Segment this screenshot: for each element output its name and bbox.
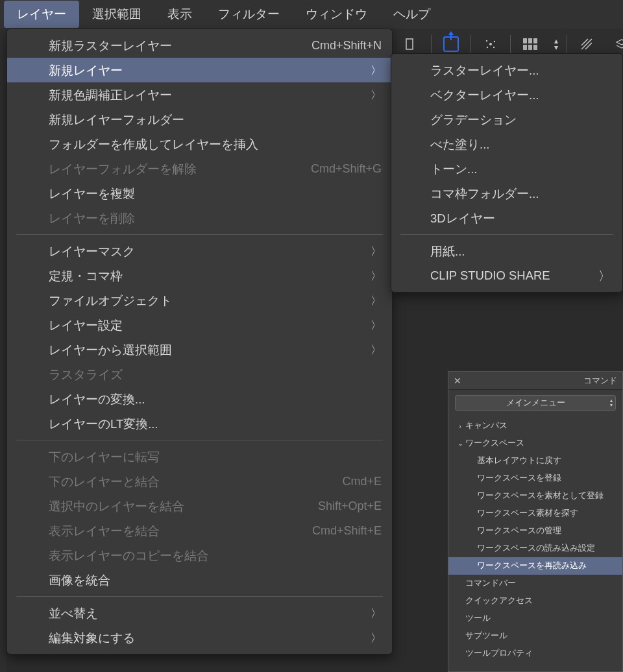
toolbar-divider: [470, 35, 471, 53]
tree-label: ツール: [465, 613, 491, 624]
menuitem-merge-selected: 選択中のレイヤーを結合 Shift+Opt+E: [7, 494, 392, 518]
menuitem-selection-from-layer[interactable]: レイヤーから選択範囲 〉: [7, 337, 392, 362]
menu-window[interactable]: ウィンドウ: [293, 1, 380, 28]
menuitem-set-edit-target[interactable]: 編集対象にする 〉: [7, 625, 392, 650]
menuitem-label: ラスタライズ: [49, 366, 123, 383]
menuitem-new-raster-layer[interactable]: 新規ラスターレイヤー Cmd+Shift+N: [7, 33, 392, 58]
menuitem-label: レイヤーマスク: [49, 243, 135, 259]
tree-label: クイックアクセス: [465, 595, 533, 606]
tree-node-command-bar[interactable]: コマンドバー: [448, 575, 622, 592]
tree-node-canvas[interactable]: ›キャンバス: [448, 417, 622, 435]
submenu-clip-studio-share[interactable]: CLIP STUDIO SHARE 〉: [391, 263, 622, 288]
tree-node-reload-workspace[interactable]: ワークスペースを再読み込み: [448, 557, 622, 575]
menu-separator: [16, 234, 383, 235]
menuitem-label: 画像を統合: [49, 572, 110, 588]
command-panel: ✕ コマンド メインメニュー ▴▾ ›キャンバス ⌄ワークスペース 基本レイアウ…: [448, 371, 623, 672]
submenu-gradation[interactable]: グラデーション: [391, 107, 622, 132]
menuitem-label: 下のレイヤーと結合: [49, 474, 160, 490]
menuitem-label: 並べ替え: [49, 605, 98, 621]
menu-layer[interactable]: レイヤー: [4, 1, 79, 28]
tree-label: ワークスペース素材を探す: [477, 508, 578, 519]
tree-node-register-workspace-material[interactable]: ワークスペースを素材として登録: [448, 487, 622, 505]
svg-point-5: [493, 47, 495, 48]
menuitem-arrange[interactable]: 並べ替え 〉: [7, 601, 392, 625]
submenu-fill[interactable]: べた塗り...: [391, 132, 622, 156]
menu-separator: [400, 234, 613, 235]
submenu-frame-folder[interactable]: コマ枠フォルダー...: [391, 181, 622, 206]
menuitem-label: レイヤーを複製: [49, 186, 135, 202]
menuitem-layer-mask[interactable]: レイヤーマスク 〉: [7, 239, 392, 263]
menuitem-shortcut: Cmd+Shift+N: [312, 39, 382, 53]
tree-node-tool-property[interactable]: ツールプロパティ: [448, 645, 622, 662]
menuitem-shortcut: Cmd+E: [342, 475, 382, 488]
chevron-right-icon: 〉: [371, 606, 382, 621]
tree-label: ワークスペースの管理: [477, 525, 561, 536]
panel-select-value: メインメニュー: [506, 397, 565, 409]
panel-category-select[interactable]: メインメニュー ▴▾: [455, 395, 616, 411]
menuitem-rasterize: ラスタライズ: [7, 362, 392, 387]
chevron-right-icon: 〉: [371, 269, 382, 283]
tree-node-workspace[interactable]: ⌄ワークスペース: [448, 435, 622, 452]
tree-node-tool[interactable]: ツール: [448, 610, 622, 627]
menuitem-label: 新規色調補正レイヤー: [49, 87, 172, 103]
tree-label: 基本レイアウトに戻す: [477, 455, 561, 466]
submenu-label: CLIP STUDIO SHARE: [430, 269, 550, 283]
tree-label: ツールプロパティ: [465, 648, 533, 659]
menuitem-ungroup-folder: レイヤーフォルダーを解除 Cmd+Shift+G: [7, 156, 392, 181]
chevron-right-icon: 〉: [371, 244, 382, 259]
svg-rect-0: [406, 39, 413, 49]
menu-view[interactable]: 表示: [154, 1, 205, 28]
menuitem-layer-settings[interactable]: レイヤー設定 〉: [7, 313, 392, 337]
menuitem-label: レイヤーから選択範囲: [49, 342, 172, 358]
tree-node-workspace-import-settings[interactable]: ワークスペースの読み込み設定: [448, 540, 622, 557]
submenu-label: べた塗り...: [430, 136, 489, 152]
menu-selection[interactable]: 選択範囲: [79, 1, 154, 28]
menuitem-convert-layer[interactable]: レイヤーの変換...: [7, 387, 392, 411]
tree-node-find-workspace-material[interactable]: ワークスペース素材を探す: [448, 505, 622, 522]
submenu-raster-layer[interactable]: ラスターレイヤー...: [391, 58, 622, 82]
tree-node-quick-access[interactable]: クイックアクセス: [448, 592, 622, 610]
menuitem-duplicate-layer[interactable]: レイヤーを複製: [7, 181, 392, 206]
submenu-tone[interactable]: トーン...: [391, 156, 622, 181]
panel-header: ✕ コマンド: [448, 372, 622, 390]
menuitem-delete-layer: レイヤーを削除: [7, 206, 392, 230]
submenu-vector-layer[interactable]: ベクターレイヤー...: [391, 82, 622, 107]
menu-filter[interactable]: フィルター: [205, 1, 293, 28]
menu-separator: [16, 596, 383, 597]
submenu-label: グラデーション: [430, 112, 517, 128]
submenu-3d-layer[interactable]: 3Dレイヤー: [391, 206, 622, 230]
submenu-label: ベクターレイヤー...: [430, 87, 539, 103]
menuitem-merge-visible-copy: 表示レイヤーのコピーを結合: [7, 543, 392, 568]
menuitem-label: 表示レイヤーのコピーを結合: [49, 547, 209, 564]
tree-node-subtool[interactable]: サブツール: [448, 627, 622, 645]
tree-node-reset-layout[interactable]: 基本レイアウトに戻す: [448, 452, 622, 470]
chevron-right-icon: 〉: [371, 88, 382, 102]
chevron-right-icon: 〉: [598, 268, 611, 284]
close-icon[interactable]: ✕: [454, 376, 461, 386]
chevron-right-icon: 〉: [371, 318, 382, 333]
menu-help[interactable]: ヘルプ: [380, 1, 443, 28]
menuitem-new-correction-layer[interactable]: 新規色調補正レイヤー 〉: [7, 82, 392, 107]
submenu-label: 3Dレイヤー: [430, 210, 495, 226]
tree-node-manage-workspace[interactable]: ワークスペースの管理: [448, 522, 622, 540]
submenu-paper[interactable]: 用紙...: [391, 239, 622, 263]
menuitem-file-object[interactable]: ファイルオブジェクト 〉: [7, 288, 392, 313]
menuitem-label: レイヤーのLT変換...: [49, 416, 158, 432]
collapse-icon: ›: [456, 422, 464, 430]
panel-title: コマンド: [583, 375, 617, 387]
menuitem-flatten-image[interactable]: 画像を統合: [7, 568, 392, 592]
menuitem-label: 新規レイヤーフォルダー: [49, 112, 184, 128]
svg-point-3: [494, 41, 495, 42]
tree-label: コマンドバー: [465, 578, 516, 589]
menuitem-new-layer[interactable]: 新規レイヤー 〉: [7, 58, 392, 82]
menuitem-lt-convert[interactable]: レイヤーのLT変換...: [7, 411, 392, 436]
tree-node-register-workspace[interactable]: ワークスペースを登録: [448, 470, 622, 487]
menuitem-label: レイヤー設定: [49, 317, 123, 333]
menuitem-create-folder-insert[interactable]: フォルダーを作成してレイヤーを挿入: [7, 132, 392, 156]
menuitem-merge-visible: 表示レイヤーを結合 Cmd+Shift+E: [7, 518, 392, 543]
menuitem-shortcut: Cmd+Shift+G: [311, 162, 382, 176]
menuitem-new-layer-folder[interactable]: 新規レイヤーフォルダー: [7, 107, 392, 132]
tree-label: キャンバス: [465, 420, 507, 431]
menuitem-label: フォルダーを作成してレイヤーを挿入: [49, 136, 258, 152]
menuitem-ruler-frame[interactable]: 定規・コマ枠 〉: [7, 263, 392, 288]
